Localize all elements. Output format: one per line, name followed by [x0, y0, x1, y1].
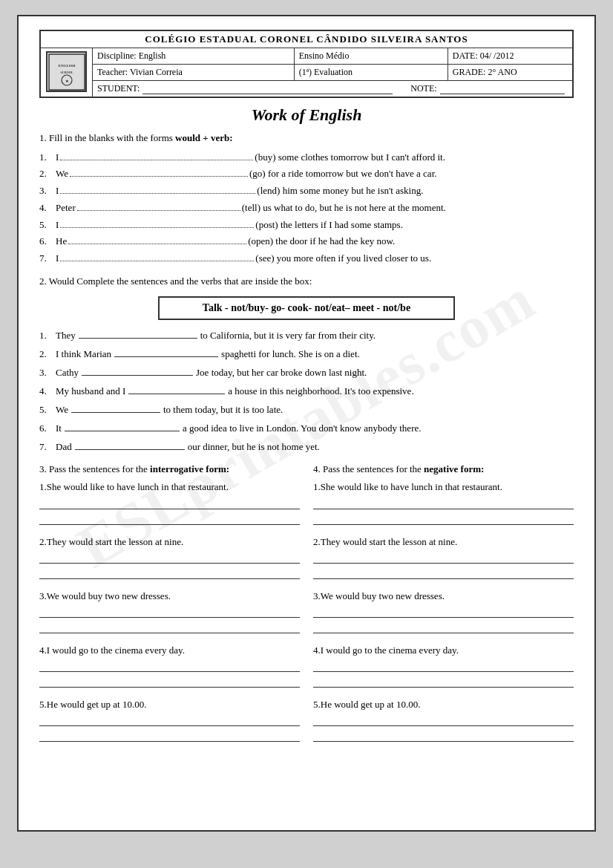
s2-item-2: 2. I think Marian spaghetti for lunch. S… — [39, 346, 574, 362]
s3-left-sentence-2: 2.They would start the lesson at nine. — [39, 535, 300, 549]
s3-left-item-2: 2.They would start the lesson at nine. — [39, 535, 300, 579]
section1-items: 1. I (buy) some clothes tomorrow but I c… — [39, 150, 574, 267]
grade-cell: GRADE: 2° ANO — [448, 65, 572, 80]
section3-4-container: 3. Pass the sentences for the interrogat… — [39, 463, 574, 752]
teacher-value: Vivian Correia — [130, 67, 183, 77]
header-row-2: Teacher: Vivian Correia (1ª) Evaluation … — [93, 65, 572, 81]
s4-right-sentence-1: 1.She would like to have lunch in that r… — [313, 480, 574, 494]
s2-item-6: 6. It a good idea to live in London. You… — [39, 420, 574, 437]
svg-text:SCHOOL: SCHOOL — [60, 71, 73, 74]
s1-item-1: 1. I (buy) some clothes tomorrow but I c… — [39, 150, 574, 166]
s3-left-sentence-5: 5.He would get up at 10.00. — [39, 698, 300, 711]
s3-left-sentence-1: 1.She would like to have lunch in that r… — [39, 480, 300, 494]
s3-left-item-3: 3.We would buy two new dresses. — [39, 590, 300, 633]
discipline-label: Discipline: — [97, 50, 137, 61]
school-logo: ENGLISH SCHOOL ★ — [46, 51, 87, 92]
s4-right-item-4: 4.I would go to the cinema every day. — [313, 644, 574, 688]
s3-left-answer-3 — [39, 606, 300, 633]
note-label: NOTE: — [410, 83, 436, 94]
school-name: COLÉGIO ESTADUAL CORONEL CÂNDIDO SILVEIR… — [41, 31, 572, 48]
s1-item-2: 2. We (go) for a ride tomorrow but we do… — [39, 166, 574, 182]
work-title: Work of English — [39, 105, 574, 125]
evaluation-value: (1ª) Evaluation — [299, 67, 353, 77]
student-line — [142, 83, 393, 94]
grade-label: GRADE: — [453, 67, 486, 77]
s1-item-3: 3. I (lend) him some money but he isn't … — [39, 183, 574, 199]
header-fields: Discipline: English Ensino Médio DATE: 0… — [93, 48, 572, 97]
s4-right-sentence-3: 3.We would buy two new dresses. — [313, 590, 574, 603]
ensino-cell: Ensino Médio — [295, 48, 448, 64]
page: ESLprintables.com COLÉGIO ESTADUAL CORON… — [17, 15, 596, 832]
s3-left-sentence-4: 4.I would go to the cinema every day. — [39, 644, 300, 657]
section1-instruction: 1. Fill in the blanks with the forms wou… — [39, 131, 574, 146]
s2-item-3: 3. Cathy Joe today, but her car broke do… — [39, 365, 574, 381]
discipline-value: English — [139, 50, 166, 61]
s4-right-sentence-5: 5.He would get up at 10.00. — [313, 698, 574, 711]
s1-item-6: 6. He (open) the door if he had the key … — [39, 234, 574, 249]
s3-left-answer-1 — [39, 497, 300, 525]
s4-right-sentence-4: 4.I would go to the cinema every day. — [313, 644, 574, 657]
s3-left-answer-4 — [39, 660, 300, 688]
date-value: /2012 — [494, 50, 514, 61]
col-negative: 4. Pass the sentences for the negative f… — [313, 463, 574, 752]
s2-item-5: 5. We to them today, but it is too late. — [39, 402, 574, 418]
section2-items: 1. They to California, but it is very fa… — [39, 327, 574, 456]
teacher-cell: Teacher: Vivian Correia — [93, 65, 295, 80]
s3-left-item-4: 4.I would go to the cinema every day. — [39, 644, 300, 688]
ensino-value: Ensino Médio — [299, 50, 350, 61]
s1-item-7: 7. I (see) you more often if you lived c… — [39, 251, 574, 267]
logo-cell: ENGLISH SCHOOL ★ — [41, 48, 93, 97]
s4-right-answer-3 — [313, 606, 574, 633]
student-label: STUDENT: — [97, 83, 140, 94]
s4-right-item-5: 5.He would get up at 10.00. — [313, 698, 574, 742]
s4-right-answer-2 — [313, 552, 574, 579]
section1-text: 1. Fill in the blanks with the forms wou… — [39, 132, 233, 143]
s4-right-item-2: 2.They would start the lesson at nine. — [313, 535, 574, 579]
s3-left-answer-2 — [39, 552, 300, 579]
col-left-title: 3. Pass the sentences for the interrogat… — [39, 463, 300, 476]
header-row-1: Discipline: English Ensino Médio DATE: 0… — [93, 48, 572, 65]
s4-right-item-3: 3.We would buy two new dresses. — [313, 590, 574, 633]
section2-instruction: 2. Would Complete the sentences and the … — [39, 274, 574, 289]
col-interrogative: 3. Pass the sentences for the interrogat… — [39, 463, 300, 752]
svg-text:ENGLISH: ENGLISH — [58, 64, 75, 68]
discipline-cell: Discipline: English — [93, 48, 295, 64]
s3-left-item-5: 5.He would get up at 10.00. — [39, 698, 300, 742]
evaluation-cell: (1ª) Evaluation — [295, 65, 448, 80]
s3-left-sentence-3: 3.We would buy two new dresses. — [39, 590, 300, 603]
s2-item-1: 1. They to California, but it is very fa… — [39, 327, 574, 344]
date-cell: DATE: 04/ /2012 — [448, 48, 572, 64]
s1-item-5: 5. I (post) the letters if I had some st… — [39, 218, 574, 233]
s4-right-answer-1 — [313, 497, 574, 525]
word-box: Talk - not/buy- go- cook- not/eat– meet … — [158, 296, 455, 320]
s4-right-answer-4 — [313, 660, 574, 688]
student-row: STUDENT: NOTE: — [93, 81, 572, 97]
s4-right-sentence-2: 2.They would start the lesson at nine. — [313, 535, 574, 549]
s2-item-4: 4. My husband and I a house in this neig… — [39, 383, 574, 399]
s2-item-7: 7. Dad our dinner, but he is not home ye… — [39, 439, 574, 455]
s3-left-answer-5 — [39, 714, 300, 742]
date-label: DATE: 04/ — [453, 50, 491, 61]
col-right-title: 4. Pass the sentences for the negative f… — [313, 463, 574, 476]
s3-left-item-1: 1.She would like to have lunch in that r… — [39, 480, 300, 524]
teacher-label: Teacher: — [97, 67, 128, 77]
header-table: COLÉGIO ESTADUAL CORONEL CÂNDIDO SILVEIR… — [39, 30, 574, 98]
s4-right-answer-5 — [313, 714, 574, 742]
s1-item-4: 4. Peter (tell) us what to do, but he is… — [39, 200, 574, 216]
s4-right-item-1: 1.She would like to have lunch in that r… — [313, 480, 574, 524]
grade-value: 2° ANO — [488, 67, 517, 77]
